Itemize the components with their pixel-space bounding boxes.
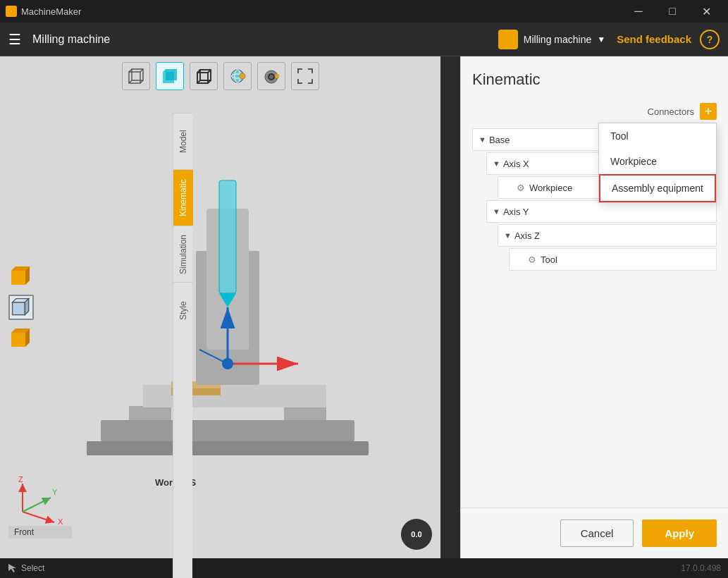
viewport[interactable]: World CS 0.0 Z X Y Front [0, 56, 440, 558]
svg-line-52 [23, 498, 51, 512]
dropdown-item-assembly[interactable]: Assembly equipment [599, 174, 716, 202]
tree-label-base: Base [489, 135, 510, 145]
svg-text:Y: Y [52, 488, 58, 496]
statusbar: Select 17.0.0.498 [0, 558, 728, 578]
speed-indicator: 0.0 [401, 519, 432, 550]
svg-rect-26 [13, 302, 25, 315]
connectors-add-button[interactable]: + [700, 103, 717, 120]
svg-rect-41 [219, 180, 236, 293]
titlebar-controls: ─ □ ✕ [622, 0, 722, 23]
machine-3d-view [42, 113, 412, 530]
tree-label-axis-y: Axis Y [503, 207, 529, 217]
viewport-toolbar [122, 62, 319, 90]
machine-svg [58, 138, 397, 505]
solid-cube-3[interactable] [8, 326, 34, 351]
svg-point-22 [275, 74, 279, 78]
svg-rect-23 [11, 271, 25, 285]
svg-rect-34 [129, 406, 171, 420]
tree-label-axis-z: Axis Z [514, 230, 540, 241]
svg-marker-59 [8, 564, 16, 572]
svg-rect-29 [11, 333, 25, 347]
send-feedback-button[interactable]: Send feedback [617, 33, 691, 45]
tree-label-tool: Tool [541, 254, 557, 265]
connectors-label: Connectors [648, 106, 694, 117]
help-button[interactable]: ? [700, 30, 720, 49]
toggle-axis-y[interactable]: ▼ [493, 207, 500, 216]
apply-button[interactable]: Apply [642, 519, 717, 547]
svg-rect-32 [101, 420, 354, 441]
svg-point-18 [240, 73, 245, 79]
tree-row-tool[interactable]: ⚙ Tool [509, 248, 717, 271]
minimize-button[interactable]: ─ [622, 0, 655, 23]
tab-model[interactable]: Model [173, 113, 193, 169]
axes-svg: Z X Y [8, 476, 72, 526]
select-label: Select [21, 563, 44, 573]
svg-point-21 [269, 75, 273, 79]
svg-text:X: X [58, 517, 63, 526]
tree-row-axis-y[interactable]: ▼ Axis Y [486, 200, 717, 223]
tree-label-workpiece: Workpiece [529, 183, 572, 193]
side-cubes [8, 264, 34, 351]
tool-icon: ⚙ [528, 254, 536, 265]
workpiece-icon: ⚙ [517, 183, 525, 193]
svg-rect-33 [87, 441, 369, 455]
connectors-row: Connectors + Tool Workpiece Assembly equ… [472, 103, 717, 120]
tab-kinematic[interactable]: Kinematic [173, 169, 193, 226]
app-name: MachineMaker [21, 6, 81, 17]
fit-button[interactable] [291, 62, 319, 90]
toggle-axis-z[interactable]: ▼ [504, 231, 512, 240]
app-title: Milling machine [32, 33, 498, 46]
toggle-axis-x[interactable]: ▼ [493, 159, 500, 168]
panel-footer: Cancel Apply [461, 508, 728, 558]
svg-point-47 [222, 358, 233, 369]
tree-row-axis-z[interactable]: ▼ Axis Z [498, 224, 717, 247]
dropdown-item-tool[interactable]: Tool [599, 123, 716, 149]
machine-name: Milling machine [524, 34, 591, 45]
main-content: World CS 0.0 Z X Y Front [0, 56, 728, 558]
svg-line-51 [23, 512, 54, 522]
version-label: 17.0.0.498 [681, 563, 721, 573]
front-label: Front [8, 526, 72, 539]
connector-dropdown: Tool Workpiece Assembly equipment [598, 123, 717, 203]
maximize-button[interactable]: □ [656, 0, 689, 23]
tab-simulation[interactable]: Simulation [173, 226, 193, 282]
solid-cube-1[interactable] [8, 264, 34, 289]
right-panel: Kinematic Connectors + Tool Workpiece As… [460, 56, 728, 558]
svg-rect-36 [143, 385, 326, 407]
machine-icon [498, 30, 518, 49]
dropdown-item-workpiece[interactable]: Workpiece [599, 149, 716, 174]
hamburger-menu[interactable]: ☰ [8, 31, 21, 48]
kinematic-panel: Kinematic Connectors + Tool Workpiece As… [461, 56, 728, 508]
sphere-button[interactable] [223, 62, 252, 90]
tree-node-axis-z: ▼ Axis Z ⚙ Tool [472, 224, 717, 271]
solid-box-button[interactable] [156, 62, 184, 90]
wireframe-box-button[interactable] [122, 62, 150, 90]
cancel-button[interactable]: Cancel [560, 519, 634, 547]
tab-style[interactable]: Style [173, 282, 193, 338]
select-icon [7, 562, 18, 574]
menubar: ☰ Milling machine Milling machine ▼ Send… [0, 23, 728, 56]
svg-text:Z: Z [18, 476, 23, 484]
app-icon [6, 6, 17, 17]
camera-button[interactable] [257, 62, 285, 90]
outline-cube-2[interactable] [8, 295, 34, 320]
machine-dropdown-arrow[interactable]: ▼ [597, 35, 605, 44]
svg-rect-35 [284, 406, 326, 420]
outline-box-button[interactable] [190, 62, 218, 90]
coord-axes: Z X Y Front [8, 476, 72, 539]
titlebar-left: MachineMaker [6, 6, 81, 17]
tree-node-axis-y: ▼ Axis Y ▼ Axis Z ⚙ [472, 200, 717, 271]
titlebar: MachineMaker ─ □ ✕ [0, 0, 728, 23]
kinematic-title: Kinematic [472, 70, 717, 89]
side-tabs: Model Kinematic Simulation Style [173, 113, 192, 578]
close-button[interactable]: ✕ [690, 0, 722, 23]
machine-selector: Milling machine ▼ [498, 30, 605, 49]
toggle-base[interactable]: ▼ [479, 135, 486, 144]
tree-label-axis-x: Axis X [503, 159, 529, 169]
